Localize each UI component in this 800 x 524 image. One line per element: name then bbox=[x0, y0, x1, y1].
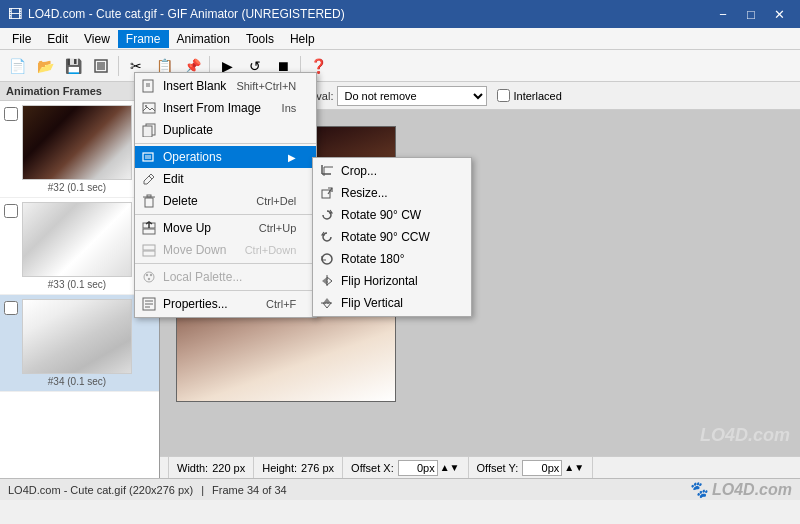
title-bar: 🎞 LO4D.com - Cute cat.gif - GIF Animator… bbox=[0, 0, 800, 28]
frame-33-checkbox[interactable] bbox=[4, 204, 18, 218]
minimize-button[interactable]: − bbox=[710, 4, 736, 24]
offsety-spinner[interactable]: ▲▼ bbox=[564, 462, 584, 473]
insert-from-image-item[interactable]: Insert From Image Ins bbox=[135, 97, 316, 119]
width-label: Width: bbox=[177, 462, 208, 474]
menu-tools[interactable]: Tools bbox=[238, 30, 282, 48]
svg-rect-17 bbox=[143, 229, 155, 234]
info-separator: | bbox=[201, 484, 204, 496]
svg-marker-37 bbox=[327, 277, 332, 285]
svg-point-24 bbox=[148, 278, 150, 280]
edit-item[interactable]: Edit bbox=[135, 168, 316, 190]
svg-line-13 bbox=[149, 176, 152, 179]
removal-select[interactable]: Do not remove Leave in place Restore bac… bbox=[337, 86, 487, 106]
move-up-item[interactable]: Move Up Ctrl+Up bbox=[135, 217, 316, 239]
interlaced-label: Interlaced bbox=[513, 90, 561, 102]
dropdown-sep-2 bbox=[135, 214, 316, 215]
menu-file[interactable]: File bbox=[4, 30, 39, 48]
svg-point-23 bbox=[150, 274, 152, 276]
toolbar-separator-1 bbox=[118, 56, 119, 76]
frame-34-label: #34 (0.1 sec) bbox=[48, 376, 106, 387]
height-label: Height: bbox=[262, 462, 297, 474]
palette-icon bbox=[141, 269, 157, 285]
flip-v-item[interactable]: Flip Vertical bbox=[313, 292, 471, 314]
svg-point-21 bbox=[144, 272, 154, 282]
menu-edit[interactable]: Edit bbox=[39, 30, 76, 48]
offsety-label: Offset Y: bbox=[477, 462, 519, 474]
width-value: 220 px bbox=[212, 462, 245, 474]
frame-32-checkbox[interactable] bbox=[4, 107, 18, 121]
operations-icon bbox=[141, 149, 157, 165]
interlaced-checkbox[interactable] bbox=[497, 89, 510, 102]
dropdown-sep-1 bbox=[135, 143, 316, 144]
operations-arrow: ▶ bbox=[288, 152, 296, 163]
duplicate-icon bbox=[141, 122, 157, 138]
flip-h-item[interactable]: Flip Horizontal bbox=[313, 270, 471, 292]
frame-33-thumb bbox=[22, 202, 132, 277]
delete-item[interactable]: Delete Ctrl+Del bbox=[135, 190, 316, 212]
app-icon: 🎞 bbox=[8, 6, 22, 22]
offsetx-spinner[interactable]: ▲▼ bbox=[440, 462, 460, 473]
svg-rect-5 bbox=[143, 103, 155, 113]
insert-blank-icon bbox=[141, 78, 157, 94]
local-palette-item: Local Palette... bbox=[135, 266, 316, 288]
window-title: LO4D.com - Cute cat.gif - GIF Animator (… bbox=[28, 7, 345, 21]
rotate-180-icon bbox=[319, 251, 335, 267]
move-up-icon bbox=[141, 220, 157, 236]
operations-item[interactable]: Operations ▶ bbox=[135, 146, 316, 168]
resize-icon bbox=[319, 185, 335, 201]
svg-marker-39 bbox=[323, 298, 331, 303]
status-bar: Width: 220 px Height: 276 px Offset X: ▲… bbox=[160, 456, 800, 478]
svg-rect-8 bbox=[143, 126, 152, 137]
save-button[interactable]: 💾 bbox=[60, 54, 86, 78]
lo4d-watermark: LO4D.com bbox=[700, 425, 790, 446]
frame-dropdown-menu: Insert Blank Shift+Ctrl+N Insert From Im… bbox=[134, 72, 317, 318]
rotate-cw-icon bbox=[319, 207, 335, 223]
insert-blank-item[interactable]: Insert Blank Shift+Ctrl+N bbox=[135, 75, 316, 97]
operations-submenu: Crop... Resize... Rotate 90° CW Rotate 9… bbox=[312, 157, 472, 317]
svg-rect-33 bbox=[322, 190, 330, 198]
flip-h-icon bbox=[319, 273, 335, 289]
duplicate-item[interactable]: Duplicate bbox=[135, 119, 316, 141]
crop-icon bbox=[319, 163, 335, 179]
menu-help[interactable]: Help bbox=[282, 30, 323, 48]
svg-rect-16 bbox=[147, 195, 151, 197]
dropdown-sep-3 bbox=[135, 263, 316, 264]
info-bar: LO4D.com - Cute cat.gif (220x276 px) | F… bbox=[0, 478, 800, 500]
svg-rect-9 bbox=[143, 153, 153, 161]
close-button[interactable]: ✕ bbox=[766, 4, 792, 24]
offsety-input[interactable] bbox=[522, 460, 562, 476]
frame-34-checkbox[interactable] bbox=[4, 301, 18, 315]
insert-from-image-icon bbox=[141, 100, 157, 116]
info-text2: Frame 34 of 34 bbox=[212, 484, 287, 496]
menu-view[interactable]: View bbox=[76, 30, 118, 48]
title-bar-left: 🎞 LO4D.com - Cute cat.gif - GIF Animator… bbox=[8, 6, 345, 22]
toolbar-btn4[interactable] bbox=[88, 54, 114, 78]
frame-34-inner: #34 (0.1 sec) bbox=[22, 299, 132, 387]
open-button[interactable]: 📂 bbox=[32, 54, 58, 78]
menu-frame[interactable]: Frame bbox=[118, 30, 169, 48]
move-down-item: Move Down Ctrl+Down bbox=[135, 239, 316, 261]
resize-item[interactable]: Resize... bbox=[313, 182, 471, 204]
edit-icon bbox=[141, 171, 157, 187]
svg-marker-36 bbox=[322, 277, 327, 285]
svg-rect-14 bbox=[145, 198, 153, 207]
svg-rect-1 bbox=[97, 62, 105, 70]
properties-icon bbox=[141, 296, 157, 312]
width-section: Width: 220 px bbox=[168, 457, 254, 478]
menu-animation[interactable]: Animation bbox=[169, 30, 238, 48]
offsetx-input[interactable] bbox=[398, 460, 438, 476]
dropdown-sep-4 bbox=[135, 290, 316, 291]
rotate-ccw-item[interactable]: Rotate 90° CCW bbox=[313, 226, 471, 248]
move-down-icon bbox=[141, 242, 157, 258]
interlaced-container: Interlaced bbox=[497, 89, 561, 102]
rotate-180-item[interactable]: Rotate 180° bbox=[313, 248, 471, 270]
height-section: Height: 276 px bbox=[254, 457, 343, 478]
frame-34-thumb bbox=[22, 299, 132, 374]
rotate-cw-item[interactable]: Rotate 90° CW bbox=[313, 204, 471, 226]
offsetx-label: Offset X: bbox=[351, 462, 394, 474]
maximize-button[interactable]: □ bbox=[738, 4, 764, 24]
crop-item[interactable]: Crop... bbox=[313, 160, 471, 182]
properties-item[interactable]: Properties... Ctrl+F bbox=[135, 293, 316, 315]
info-text1: LO4D.com - Cute cat.gif (220x276 px) bbox=[8, 484, 193, 496]
new-button[interactable]: 📄 bbox=[4, 54, 30, 78]
